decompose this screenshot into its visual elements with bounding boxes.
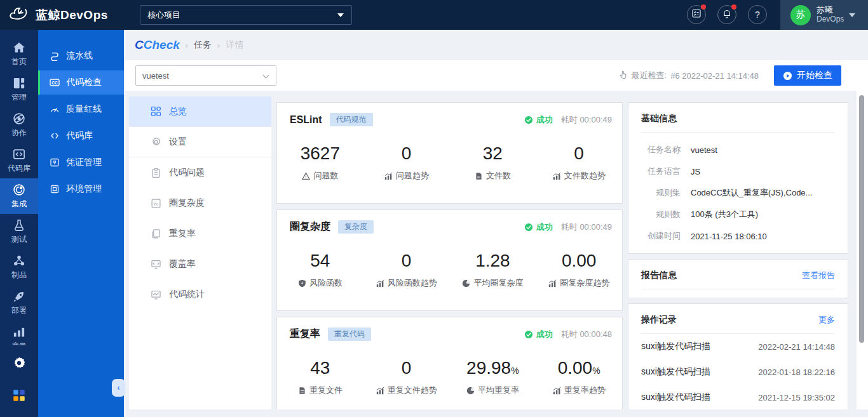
stat-issues: 3627 问题数 [277,142,363,182]
sidebar-item-codecheck[interactable]: CC 代码检查 [38,70,124,95]
user-menu[interactable]: 苏 苏曦 DevOps [780,0,868,30]
menu-item-settings[interactable]: 设置 [129,127,271,157]
menu-item-label: 设置 [169,136,187,148]
ccheck-logo[interactable]: CCheck [135,38,180,52]
stat-dup-files: 43 重复文件 [277,357,363,396]
sidebar-item-label: 代码检查 [66,77,102,88]
duration: 耗时 00:00:49 [561,222,612,233]
stat-avg-dup-rate: 29.98% 平均重复率 [450,357,536,396]
last-check-label: 最近检查: [632,70,667,81]
help-button[interactable]: ? [748,5,767,24]
sidebar-item-label: 管理 [11,92,27,103]
pie-icon [462,279,470,288]
menu-item-complexity[interactable]: fx 圈复杂度 [129,188,271,218]
duration: 耗时 00:00:48 [561,329,612,340]
file-icon [298,387,306,395]
info-row: 创建时间2021-11-25 18:06:10 [641,225,835,247]
info-row: 任务语言JS [641,161,835,182]
sidebar-item-environment[interactable]: 环境管理 [38,177,124,201]
status-badge: 成功 [536,329,553,340]
stat-risk-fns: 54 风险函数 [277,249,363,289]
record-row: suxi触发代码扫描2021-12-15 19:35:02 [641,385,835,409]
sidebar-item-label: 度量 [11,341,27,345]
sidebar-item-collab[interactable]: 协作 [0,107,38,143]
project-select[interactable]: 核心项目 [140,5,352,25]
settings-gear-button[interactable] [0,350,38,376]
todo-list-button[interactable] [687,5,706,24]
notifications-button[interactable] [717,5,736,24]
sidebar-item-manage[interactable]: 管理 [0,72,38,107]
sidebar-item-credentials[interactable]: 凭证管理 [38,150,124,175]
menu-item-dup-rate[interactable]: 重复率 [129,218,271,249]
bk-logo[interactable]: 蓝鲸DevOps [9,0,108,30]
sidebar-item-label: 制品 [11,270,27,281]
menu-item-code-issues[interactable]: 代码问题 [129,157,271,188]
sidebar-item-test[interactable]: 测试 [0,214,38,249]
scrollbar-thumb[interactable] [859,95,864,343]
breadcrumb-separator: › [186,41,188,50]
status-badge: 成功 [536,114,553,126]
sidebar-item-repo[interactable]: 代码库 [38,124,124,148]
sidebar-item-label: 部署 [11,305,27,316]
sidebar-item-pipeline[interactable]: 流水线 [38,44,124,68]
info-row: 任务名称vuetest [641,139,835,161]
sidebar-item-label: 代码库 [66,130,93,142]
avatar: 苏 [790,5,811,25]
user-name: 苏曦 [817,6,844,15]
svg-text:fx: fx [154,201,158,206]
stats-board-icon [151,289,161,300]
sidebar-item-deploy[interactable]: 部署 [0,285,38,321]
chevron-down-icon [337,13,344,17]
sidebar-item-label: 测试 [11,234,27,245]
card-title: ESLint [290,114,322,126]
menu-item-code-stats[interactable]: 代码统计 [129,279,271,310]
basic-info-card: 基础信息 任务名称vuetest 任务语言JS 规则集CodeCC默认_重复率(… [628,102,848,254]
chevron-down-icon [849,13,855,17]
trend-icon [384,172,393,180]
sidebar-item-label: 代码库 [8,163,31,174]
sidebar-item-metrics[interactable]: 度量 [0,321,38,350]
view-report-link[interactable]: 查看报告 [802,270,835,281]
notification-dot [701,4,706,10]
sidebar-item-label: 质量红线 [66,103,102,115]
last-check-info: 最近检查: #6 2022-02-21 14:14:48 [619,60,759,91]
menu-item-overview[interactable]: 总览 [129,96,271,127]
menu-item-label: 覆盖率 [169,258,196,270]
scrollbar-track [857,91,868,409]
app-grid-button[interactable] [0,389,38,402]
primary-sidebar: 首页 管理 协作 代码库 集成 测试 制品 部署 [0,30,38,417]
operation-records-card: 操作记录 更多 suxi触发代码扫描2022-02-21 14:14:48 su… [628,303,848,409]
complexity-card: 圈复杂度 复杂度 成功 耗时 00:00:49 54 风险函数 0 [276,209,623,311]
whale-icon [9,6,31,25]
task-select[interactable]: vuetest [135,65,276,86]
sidebar-collapse-button[interactable]: ‹ [112,379,125,397]
sidebar-item-code-repo[interactable]: 代码库 [0,143,38,178]
sidebar-item-integration[interactable]: 集成 [0,178,38,214]
menu-item-label: 代码统计 [169,289,205,300]
card-tag: 复杂度 [338,220,374,234]
bell-icon [722,8,732,21]
menu-item-label: 总览 [169,106,187,117]
main-area: CCheck › 任务 › 详情 vuetest 最近检查: #6 2022-0… [124,30,868,417]
menu-item-label: 圈复杂度 [169,197,205,209]
sidebar-item-quality-gate[interactable]: 质量红线 [38,97,124,121]
sidebar-item-artifact[interactable]: 制品 [0,249,38,285]
breadcrumb: CCheck › 任务 › 详情 [135,30,243,60]
menu-item-label: 代码问题 [169,167,205,178]
menu-item-coverage[interactable]: 覆盖率 [129,249,271,279]
file-icon [475,172,483,180]
more-link[interactable]: 更多 [818,314,835,326]
record-row: suxi触发代码扫描2022-01-18 18:22:16 [641,359,835,385]
topbar: 蓝鲸DevOps 核心项目 ? [0,0,868,30]
breadcrumb-item-tasks[interactable]: 任务 [194,39,212,51]
stat-dup-file-trend: 0 重复文件趋势 [363,357,450,396]
project-select-value: 核心项目 [147,10,180,21]
sidebar-item-home[interactable]: 首页 [0,36,38,72]
last-check-value: #6 2022-02-21 14:14:48 [670,71,759,81]
start-check-button[interactable]: 开始检查 [774,65,841,86]
stat-dup-rate-trend: 0.00% 重复率趋势 [536,357,622,396]
card-title: 操作记录 [641,314,677,326]
start-check-label: 开始检查 [797,70,832,81]
trend-icon [553,387,561,395]
card-title: 基础信息 [641,113,677,124]
